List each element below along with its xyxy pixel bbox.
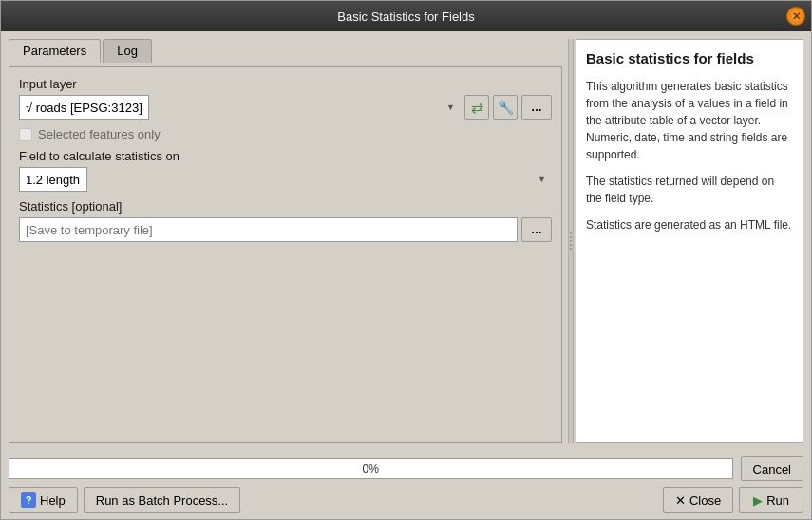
statistics-group: Statistics [optional] …	[19, 199, 552, 242]
settings-button[interactable]: 🔧	[493, 95, 518, 120]
left-buttons: ? Help Run as Batch Process...	[9, 487, 240, 513]
settings-icon: 🔧	[498, 100, 514, 115]
help-paragraph-3: Statistics are generated as an HTML file…	[586, 216, 793, 233]
selected-features-row: Selected features only	[19, 127, 552, 141]
dot1	[570, 232, 572, 234]
tab-log[interactable]: Log	[103, 39, 152, 63]
close-window-icon: ✕	[792, 10, 801, 23]
panels-container: Parameters Log Input layer √ roads [EPSG…	[1, 31, 811, 451]
statistics-ellipsis-icon: …	[531, 223, 542, 236]
selected-features-checkbox[interactable]	[19, 128, 32, 141]
input-layer-group: Input layer √ roads [EPSG:3123] ⇄ 🔧	[19, 77, 552, 120]
field-group: Field to calculate statistics on 1.2 len…	[19, 149, 552, 192]
help-question-icon: ?	[21, 492, 36, 508]
help-button[interactable]: ? Help	[9, 487, 78, 513]
input-layer-select-wrapper: √ roads [EPSG:3123]	[19, 95, 461, 120]
tab-content: Input layer √ roads [EPSG:3123] ⇄ 🔧	[9, 66, 562, 443]
input-layer-select[interactable]: √ roads [EPSG:3123]	[19, 95, 149, 120]
close-dialog-icon: ✕	[675, 493, 686, 508]
run-button[interactable]: ▶ Run	[739, 487, 803, 513]
bottom-bar: 0% Cancel ? Help Run as Batch Process...…	[1, 451, 811, 519]
progress-label: 0%	[363, 462, 379, 475]
select-on-canvas-icon: ⇄	[471, 99, 483, 117]
help-paragraph-2: The statistics returned will depend on t…	[586, 173, 793, 207]
tab-bar: Parameters Log	[9, 39, 562, 63]
selected-features-label: Selected features only	[38, 127, 161, 141]
window-title: Basic Statistics for Fields	[337, 9, 475, 24]
buttons-row: ? Help Run as Batch Process... ✕ Close ▶…	[9, 487, 803, 513]
progress-row: 0% Cancel	[9, 456, 803, 481]
help-panel: Basic statistics for fields This algorit…	[576, 39, 803, 443]
close-dialog-button[interactable]: ✕ Close	[663, 487, 733, 513]
run-icon: ▶	[753, 493, 763, 508]
field-label: Field to calculate statistics on	[19, 149, 552, 163]
tab-parameters[interactable]: Parameters	[9, 39, 101, 63]
dot4	[570, 244, 572, 246]
more-options-button[interactable]: …	[521, 95, 552, 120]
statistics-browse-button[interactable]: …	[521, 217, 552, 242]
statistics-label: Statistics [optional]	[19, 199, 552, 214]
dot5	[570, 248, 572, 250]
help-panel-body: This algorithm generates basic statistic…	[586, 78, 793, 233]
cancel-button[interactable]: Cancel	[741, 456, 803, 481]
main-window: Basic Statistics for Fields ✕ Parameters…	[0, 0, 812, 520]
input-layer-label: Input layer	[19, 77, 552, 91]
run-as-batch-button[interactable]: Run as Batch Process...	[84, 487, 240, 513]
help-paragraph-1: This algorithm generates basic statistic…	[586, 78, 793, 163]
left-panel: Parameters Log Input layer √ roads [EPSG…	[9, 39, 562, 443]
dot3	[570, 240, 572, 242]
statistics-input[interactable]	[19, 217, 518, 242]
window-close-button[interactable]: ✕	[786, 7, 805, 26]
titlebar: Basic Statistics for Fields ✕	[1, 1, 811, 31]
help-panel-title: Basic statistics for fields	[586, 49, 793, 68]
input-layer-row: √ roads [EPSG:3123] ⇄ 🔧 …	[19, 95, 552, 120]
splitter[interactable]	[568, 39, 574, 443]
dot2	[570, 236, 572, 238]
right-buttons: ✕ Close ▶ Run	[663, 487, 803, 513]
statistics-row: …	[19, 217, 552, 242]
field-select-wrapper: 1.2 length	[19, 167, 552, 192]
select-on-canvas-button[interactable]: ⇄	[464, 95, 489, 120]
ellipsis-icon: …	[531, 101, 542, 114]
progress-bar-container: 0%	[9, 458, 733, 479]
field-select[interactable]: 1.2 length	[19, 167, 87, 192]
